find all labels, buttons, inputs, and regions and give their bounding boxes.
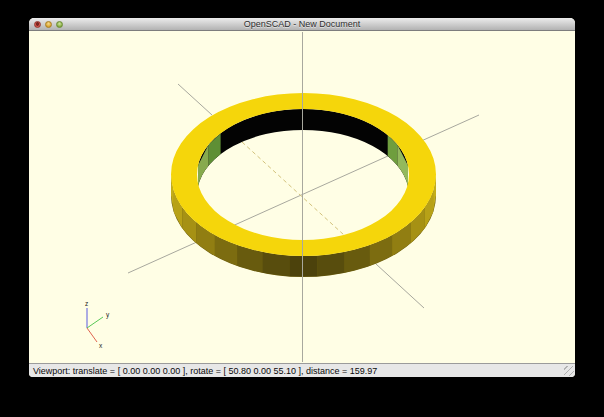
x-axis-line-lower (376, 264, 424, 308)
gnomon-x-label: x (99, 342, 103, 349)
3d-viewport[interactable]: z y x (29, 31, 575, 363)
resize-grip[interactable] (564, 366, 574, 376)
outer-facet (290, 256, 318, 277)
gnomon-x-axis (87, 328, 97, 342)
x-axis-line-upper (178, 84, 212, 115)
title-bar[interactable]: OpenSCAD - New Document (29, 18, 575, 31)
viewport-status-text: Viewport: translate = [ 0.00 0.00 0.00 ]… (33, 366, 377, 376)
status-bar: Viewport: translate = [ 0.00 0.00 0.00 ]… (29, 363, 575, 377)
gnomon-y-axis (87, 317, 103, 328)
orientation-gnomon: z y x (85, 300, 110, 349)
x-axis-hidden-dashed (242, 142, 344, 235)
gnomon-y-label: y (106, 311, 110, 319)
gnomon-z-label: z (85, 300, 88, 307)
3d-canvas[interactable]: z y x (29, 31, 575, 363)
outer-facet (263, 252, 290, 277)
outer-facet (317, 252, 344, 277)
window-title: OpenSCAD - New Document (29, 18, 575, 30)
openscad-window: OpenSCAD - New Document (29, 18, 575, 377)
